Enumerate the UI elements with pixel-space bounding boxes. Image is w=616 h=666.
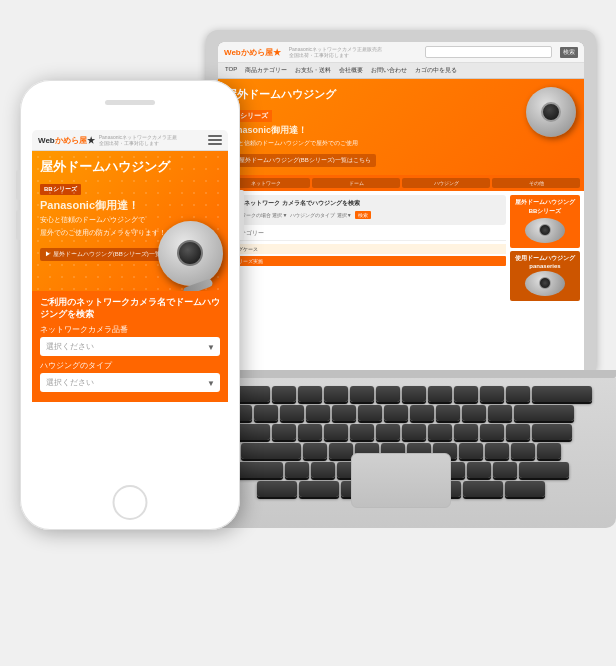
web-nav: TOP 商品カテゴリー お支払・送料 会社概要 お問い合わせ カゴの中を見る	[218, 63, 584, 79]
trackpad[interactable]	[351, 453, 451, 508]
scene: Webかめら屋★ Panasonicネットワークカメラ正規販売店全国出荷・工事対…	[0, 0, 616, 666]
web-hero-panasonic: Panasonic御用達！	[226, 124, 576, 137]
key-a	[303, 443, 327, 459]
key-5	[358, 405, 382, 421]
key-caps	[241, 443, 301, 459]
web-search-section: 利用のネットワーク カメラ名でハウジングを検索 ネットワークの場合 選択▼ ハウ…	[222, 195, 506, 225]
phone-select-wrap-1[interactable]: 選択ください ▼	[40, 337, 220, 356]
web-search-submit[interactable]: 検索	[355, 211, 371, 219]
key-period	[493, 462, 517, 478]
key-f7	[428, 386, 452, 402]
cat-other[interactable]: その他	[492, 178, 580, 188]
key-f1	[272, 386, 296, 402]
phone-select-arrow-2: ▼	[207, 378, 215, 387]
phone-hero: 屋外ドームハウジング BBシリーズ Panasonic御用達！ 安心と信頼のドー…	[32, 151, 228, 291]
web-search-row1: ネットワークの場合 選択▼ ハウジングのタイプ 選択▼ 検索	[226, 211, 502, 219]
phone-search-section: ご利用のネットワークカメラ名でドームハウジングを検索 ネットワークカメラ品番 選…	[32, 291, 228, 402]
menu-line-2	[208, 139, 222, 141]
phone-camera-dome	[158, 221, 223, 286]
phone-home-button[interactable]	[113, 485, 148, 520]
web-logo-text: Webかめら屋★	[224, 48, 281, 57]
key-row-2	[194, 405, 608, 421]
key-row-1	[194, 386, 608, 402]
key-f2	[298, 386, 322, 402]
phone-select-wrap-2[interactable]: 選択ください ▼	[40, 373, 220, 392]
phone: Webかめら屋★ Panasonicネットワークカメラ正規全国出荷・工事対応しま…	[20, 80, 240, 530]
key-3	[306, 405, 330, 421]
key-alt	[463, 481, 503, 497]
key-del	[532, 386, 592, 402]
web-series-badge: BBシリーズ実施	[222, 256, 506, 266]
key-f8	[454, 386, 478, 402]
key-9	[462, 405, 486, 421]
web-results-label: 品名カテゴリー	[222, 229, 506, 241]
web-search-box[interactable]	[425, 46, 552, 58]
menu-line-3	[208, 143, 222, 145]
web-hero-link[interactable]: ▶ 屋外ドームハウジング(BBシリーズ)一覧はこちら	[226, 154, 376, 167]
key-k	[485, 443, 509, 459]
nav-contact[interactable]: お問い合わせ	[368, 65, 410, 76]
key-return	[532, 424, 572, 440]
web-hero: 屋外ドームハウジング BBシリーズ Panasonic御用達！ 安心と信頼のドー…	[218, 79, 584, 175]
nav-category[interactable]: 商品カテゴリー	[242, 65, 290, 76]
nav-company[interactable]: 会社概要	[336, 65, 366, 76]
web-sidebar-box2: 使用ドームハウジング panaseries	[510, 251, 580, 301]
phone-logo-kanji: かめら屋	[55, 136, 87, 145]
laptop-screen-bezel: Webかめら屋★ Panasonicネットワークカメラ正規販売店全国出荷・工事対…	[218, 42, 584, 370]
key-cmd	[299, 481, 339, 497]
key-q	[272, 424, 296, 440]
key-f4	[350, 386, 374, 402]
web-hero-title: 屋外ドームハウジング	[226, 87, 576, 102]
laptop-hinge	[186, 370, 616, 378]
nav-shipping[interactable]: お支払・送料	[292, 65, 334, 76]
cat-housing[interactable]: ハウジング	[402, 178, 490, 188]
key-rshift	[519, 462, 569, 478]
camera-dome	[526, 87, 576, 137]
key-4	[332, 405, 356, 421]
web-header: Webかめら屋★ Panasonicネットワークカメラ正規販売店全国出荷・工事対…	[218, 42, 584, 63]
cat-dome[interactable]: ドーム	[312, 178, 400, 188]
key-f5	[376, 386, 400, 402]
nav-cart[interactable]: カゴの中を見る	[412, 65, 460, 76]
key-u	[428, 424, 452, 440]
phone-input-label-1: ネットワークカメラ品番	[40, 324, 220, 335]
web-sidebar-title2: 使用ドームハウジング panaseries	[513, 254, 577, 269]
phone-input-group-1: ネットワークカメラ品番 選択ください ▼	[40, 324, 220, 356]
key-f6	[402, 386, 426, 402]
phone-select-arrow-1: ▼	[207, 342, 215, 351]
key-o	[480, 424, 504, 440]
web-categories: ネットワーク ドーム ハウジング その他	[218, 175, 584, 191]
camera-lens	[541, 102, 561, 122]
key-y	[402, 424, 426, 440]
phone-btn-volume-up	[16, 170, 20, 200]
menu-line-1	[208, 135, 222, 137]
key-0	[488, 405, 512, 421]
web-search-button[interactable]: 検索	[560, 47, 578, 58]
key-backspace	[514, 405, 574, 421]
phone-input-group-2: ハウジングのタイプ 選択ください ▼	[40, 360, 220, 392]
web-advert1: ドングケース	[222, 244, 506, 254]
phone-input-label-2: ハウジングのタイプ	[40, 360, 220, 371]
web-body: 利用のネットワーク カメラ名でハウジングを検索 ネットワークの場合 選択▼ ハウ…	[218, 191, 584, 308]
key-fn	[257, 481, 297, 497]
key-f9	[480, 386, 504, 402]
laptop-base	[186, 370, 616, 550]
key-s	[329, 443, 353, 459]
web-hero-camera	[526, 87, 576, 137]
phone-tagline: Panasonicネットワークカメラ正規全国出荷・工事対応します	[95, 134, 208, 146]
web-sidebar-title1: 屋外ドームハウジング BBシリーズ	[513, 198, 577, 216]
key-i	[454, 424, 478, 440]
phone-screen: Webかめら屋★ Panasonicネットワークカメラ正規全国出荷・工事対応しま…	[32, 130, 228, 490]
web-sidebar: 屋外ドームハウジング BBシリーズ 使用ドームハウジング panaseries	[510, 195, 580, 304]
phone-menu-icon[interactable]	[208, 135, 222, 145]
nav-top[interactable]: TOP	[222, 65, 240, 76]
web-hero-desc: 安心と信頼のドームハウジングで屋外でのご使用	[226, 139, 576, 148]
web-search-title: 利用のネットワーク カメラ名でハウジングを検索	[226, 199, 502, 208]
key-lshift	[233, 462, 283, 478]
laptop-screen-content: Webかめら屋★ Panasonicネットワークカメラ正規販売店全国出荷・工事対…	[218, 42, 584, 370]
web-search-label2: ハウジングのタイプ 選択▼	[290, 212, 351, 218]
phone-camera-lens	[177, 240, 203, 266]
key-w	[298, 424, 322, 440]
key-r	[350, 424, 374, 440]
key-x	[311, 462, 335, 478]
